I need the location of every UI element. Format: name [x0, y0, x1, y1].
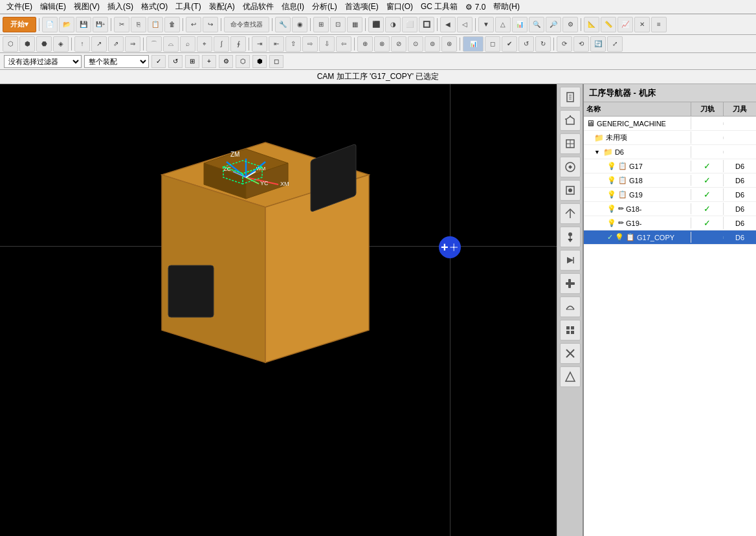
filter-btn-5[interactable]: ⚙: [219, 55, 233, 68]
menu-file[interactable]: 文件(E): [3, 0, 36, 14]
tb2-btn-4[interactable]: ◈: [53, 36, 69, 52]
viewport[interactable]: ZM ZC XM YC WM: [0, 84, 557, 536]
tb2-btn-16[interactable]: ⇤: [269, 36, 284, 52]
tb-btn-10[interactable]: ◀: [440, 17, 456, 32]
menu-format[interactable]: 格式(O): [137, 0, 172, 14]
tb2-btn-17[interactable]: ⇧: [285, 36, 301, 52]
tb2-btn-20[interactable]: ⇦: [336, 36, 351, 52]
tb-btn-16[interactable]: 🔎: [546, 17, 561, 32]
filter-btn-7[interactable]: ⬢: [252, 55, 267, 68]
tb2-btn-21[interactable]: ⊕: [357, 36, 373, 52]
rt-btn-1[interactable]: [560, 87, 581, 107]
tb2-btn-29[interactable]: ✔: [502, 36, 517, 52]
filter-btn-2[interactable]: ↺: [168, 55, 183, 68]
menu-insert[interactable]: 插入(S): [104, 0, 137, 14]
tb-btn-6[interactable]: ⬛: [368, 17, 384, 32]
tb2-btn-22[interactable]: ⊗: [374, 36, 390, 52]
rt-btn-5[interactable]: [560, 180, 581, 201]
tb-btn-18[interactable]: 📐: [584, 17, 599, 32]
tree-row-g19minus[interactable]: 💡 ✏ G19- ✓ D6: [584, 216, 756, 230]
tb-btn-8[interactable]: ⬜: [402, 17, 417, 32]
filter-select[interactable]: 没有选择过滤器: [4, 55, 82, 68]
tb2-btn-15[interactable]: ⇥: [252, 36, 267, 52]
filter-btn-8[interactable]: ◻: [269, 55, 284, 68]
tb-btn-13[interactable]: △: [495, 17, 511, 32]
cmd-finder-button[interactable]: 命令查找器: [224, 17, 269, 32]
tb2-btn-10[interactable]: ⌓: [163, 36, 179, 52]
cut-button[interactable]: ✂: [114, 17, 129, 32]
tb2-btn-26[interactable]: ⊛: [441, 36, 457, 52]
rt-btn-3[interactable]: [560, 133, 581, 154]
tb2-btn-33[interactable]: ⟲: [573, 36, 589, 52]
tb-btn-22[interactable]: ≡: [651, 17, 667, 32]
filter-btn-4[interactable]: +: [202, 55, 216, 68]
rt-btn-7[interactable]: [560, 227, 581, 247]
tb-btn-5[interactable]: ▦: [347, 17, 362, 32]
redo-button[interactable]: ↪: [203, 17, 218, 32]
save-all-button[interactable]: 💾+: [93, 17, 108, 32]
tree-row-g17[interactable]: 💡 📋 G17 ✓ D6: [584, 159, 756, 173]
open-button[interactable]: 📂: [59, 17, 74, 32]
rt-btn-13[interactable]: [560, 366, 581, 387]
new-button[interactable]: 📄: [42, 17, 58, 32]
tb2-btn-6[interactable]: ↗: [91, 36, 107, 52]
start-button[interactable]: 开始▾: [3, 17, 36, 32]
tb2-btn-27[interactable]: 📊: [463, 36, 484, 52]
tree-row-g18[interactable]: 💡 📋 G18 ✓ D6: [584, 173, 756, 188]
delete-button[interactable]: 🗑: [164, 17, 180, 32]
tb2-btn-30[interactable]: ↺: [518, 36, 534, 52]
tb2-btn-19[interactable]: ⇩: [319, 36, 335, 52]
tree-row-unused[interactable]: 📁 未用项: [584, 131, 756, 145]
menu-info[interactable]: 信息(I): [278, 0, 308, 14]
tree-row-generic-machine[interactable]: 🖥 GENERIC_MACHINE: [584, 117, 756, 131]
tb-btn-21[interactable]: ✕: [634, 17, 650, 32]
tb2-btn-8[interactable]: ⇒: [125, 36, 140, 52]
rt-btn-6[interactable]: [560, 203, 581, 224]
menu-assembly[interactable]: 装配(A): [205, 0, 239, 14]
menu-gc-tools[interactable]: GC 工具箱: [417, 0, 461, 14]
menu-premium[interactable]: 优品软件: [239, 0, 278, 14]
menu-window[interactable]: 窗口(O): [383, 0, 417, 14]
tb2-btn-7[interactable]: ⇗: [108, 36, 124, 52]
assembly-select[interactable]: 整个装配: [84, 55, 149, 68]
tb2-btn-25[interactable]: ⊚: [425, 36, 440, 52]
tb-btn-12[interactable]: ▼: [478, 17, 494, 32]
menu-tools[interactable]: 工具(T): [172, 0, 205, 14]
tb2-btn-23[interactable]: ⊘: [391, 36, 406, 52]
tb2-btn-24[interactable]: ⊙: [408, 36, 423, 52]
tree-row-d6[interactable]: ▼ 📁 D6: [584, 145, 756, 159]
menu-preferences[interactable]: 首选项(E): [341, 0, 383, 14]
tb2-btn-12[interactable]: ⌖: [197, 36, 212, 52]
save-button[interactable]: 💾: [76, 17, 91, 32]
tb2-btn-3[interactable]: ⬣: [36, 36, 52, 52]
tb2-btn-18[interactable]: ⇨: [302, 36, 318, 52]
tb2-btn-14[interactable]: ∮: [230, 36, 246, 52]
tb-btn-7[interactable]: ◑: [385, 17, 401, 32]
filter-btn-6[interactable]: ⬡: [236, 55, 250, 68]
tb2-btn-32[interactable]: ⟳: [557, 36, 572, 52]
rt-btn-10[interactable]: [560, 296, 581, 317]
tb2-btn-35[interactable]: ⤢: [607, 36, 623, 52]
tree-row-g19[interactable]: 💡 📋 G19 ✓ D6: [584, 188, 756, 202]
tb-btn-15[interactable]: 🔍: [529, 17, 544, 32]
menu-edit[interactable]: 编辑(E): [36, 0, 70, 14]
tb2-btn-31[interactable]: ↻: [535, 36, 551, 52]
menu-analysis[interactable]: 分析(L): [308, 0, 341, 14]
filter-apply-btn[interactable]: ✓: [151, 55, 166, 68]
tb-btn-19[interactable]: 📏: [601, 17, 616, 32]
tb2-btn-11[interactable]: ⌕: [180, 36, 195, 52]
tb-btn-2[interactable]: ◉: [292, 17, 307, 32]
tb2-btn-13[interactable]: ∫: [214, 36, 229, 52]
rt-btn-2[interactable]: [560, 110, 581, 131]
tb-btn-4[interactable]: ⊡: [330, 17, 346, 32]
tb-btn-1[interactable]: 🔧: [275, 17, 291, 32]
rt-btn-12[interactable]: [560, 343, 581, 364]
rt-btn-11[interactable]: [560, 320, 581, 341]
menu-view[interactable]: 视图(V): [70, 0, 104, 14]
copy-button[interactable]: ⎘: [131, 17, 146, 32]
tb-btn-17[interactable]: ⚙: [562, 17, 578, 32]
tb-btn-14[interactable]: 📊: [512, 17, 528, 32]
tb2-btn-9[interactable]: ⌒: [146, 36, 162, 52]
tree-row-g17copy[interactable]: ✓ 💡 📋 G17_COPY D6: [584, 230, 756, 245]
tree-row-g18minus[interactable]: 💡 ✏ G18- ✓ D6: [584, 202, 756, 216]
